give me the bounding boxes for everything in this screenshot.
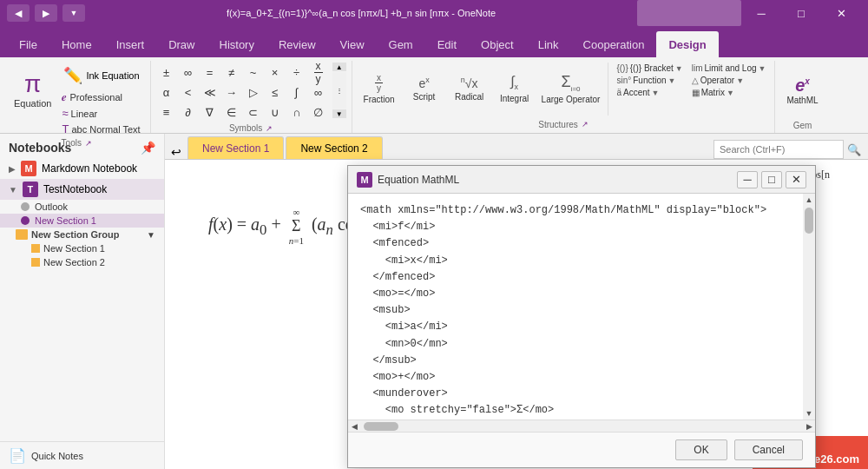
sym-times[interactable]: × [265,63,286,82]
page-tab-1[interactable]: New Section 1 [187,136,284,159]
sym-tilde[interactable]: ~ [243,63,264,82]
page-tab-2[interactable]: New Section 2 [286,136,382,159]
section-dot-ns1 [21,216,30,225]
scroll-up-btn[interactable]: ▲ [332,63,346,71]
dialog-code-content[interactable]: <math xmlns="http://www.w3.org/1998/Math… [348,194,815,419]
scroll-thumb[interactable] [805,208,813,234]
search-icon[interactable]: 🔍 [844,143,865,156]
dialog-app-icon: M [357,172,372,188]
section-outlook[interactable]: Outlook [0,200,164,214]
sym-in[interactable]: ∈ [221,102,242,122]
cancel-button[interactable]: Cancel [734,439,803,460]
scroll-down-btn[interactable]: ▼ [332,109,346,118]
bracket-button[interactable]: {()} {()} Bracket ▼ [613,63,686,74]
scroll-mid-btn[interactable]: ⋮ [332,72,346,109]
hscroll-right-arrow[interactable]: ▶ [803,420,815,433]
minimize-button[interactable]: ─ [741,0,781,26]
scroll-down-arrow[interactable]: ▼ [803,407,815,419]
tab-object[interactable]: Object [469,31,526,57]
linear-button[interactable]: ≈ Linear [58,106,144,121]
script-icon: ex [418,76,429,90]
radical-button[interactable]: n√x Radical [448,63,491,115]
dropdown-button[interactable]: ▼ [62,4,85,22]
tab-edit[interactable]: Edit [425,31,469,57]
ok-button[interactable]: OK [675,439,727,460]
notebook-test[interactable]: ▼ T TestNotebook [0,179,164,200]
matrix-button[interactable]: ▦ Matrix ▼ [688,87,770,98]
sym-dbless[interactable]: ≪ [200,83,220,102]
sym-rarrow[interactable]: ▷ [243,83,264,102]
mathml-button[interactable]: ex MathML [780,63,824,118]
sym-equiv[interactable]: ≡ [156,102,177,122]
tab-draw[interactable]: Draw [156,31,207,57]
equation-mathml-dialog[interactable]: M Equation MathML ─ □ ✕ <math xmlns="htt… [347,165,816,468]
function-button[interactable]: sin° Function ▼ [613,75,686,86]
sym-intersect[interactable]: ∩ [286,102,307,122]
notebook-markdown[interactable]: ▶ M Markdown Notebook [0,158,164,179]
dialog-minimize-button[interactable]: ─ [737,171,758,188]
sym-union[interactable]: ∪ [265,102,286,122]
tab-home[interactable]: Home [49,31,104,57]
section-newsection1[interactable]: New Section 1 [0,214,164,228]
hscroll-left-arrow[interactable]: ◀ [348,420,360,433]
search-input[interactable] [713,140,844,159]
tab-history[interactable]: History [207,31,266,57]
symbols-expand-icon[interactable]: ↗ [266,124,273,133]
sym-subset[interactable]: ⊂ [243,102,264,122]
tab-review[interactable]: Review [266,31,328,57]
structures-expand-icon[interactable]: ↗ [582,120,589,129]
tab-link[interactable]: Link [526,31,571,57]
sym-infinity[interactable]: ∞ [178,63,199,82]
tab-design[interactable]: Design [656,31,718,57]
operator-button[interactable]: △ Operator ▼ [688,75,770,86]
ink-equation-button[interactable]: ✏️ Ink Equation [58,63,144,89]
sym-infty2[interactable]: ∞ [308,83,329,102]
sym-less[interactable]: < [178,83,199,102]
hscroll-thumb[interactable] [364,422,398,431]
dialog-maximize-button[interactable]: □ [761,171,782,188]
dialog-close-button[interactable]: ✕ [786,171,806,188]
sym-leq[interactable]: ≤ [265,83,286,102]
sym-equal[interactable]: = [200,63,220,82]
equation-button[interactable]: π Equation [9,63,56,118]
script-button[interactable]: ex Script [403,63,446,115]
section-folder-icon [16,229,28,240]
tab-cooperation[interactable]: Cooperation [571,31,657,57]
fraction-button[interactable]: xy Fraction [358,63,401,115]
tab-back-button[interactable]: ↩ [165,145,187,159]
normal-text-button[interactable]: T abc Normal Text [58,122,144,136]
sym-frac[interactable]: xy [308,63,329,82]
accent-button[interactable]: ä Accent ▼ [613,87,686,98]
maximize-button[interactable]: □ [781,0,821,26]
limit-button[interactable]: lim Limit and Log ▼ [688,63,770,74]
sym-empty[interactable]: ∅ [308,102,329,122]
scroll-up-arrow[interactable]: ▲ [803,194,815,206]
sym-integral[interactable]: ∫ [286,83,307,102]
close-button[interactable]: ✕ [821,0,861,26]
symbols-scroll: ▲ ⋮ ▼ [332,63,346,118]
integral-button[interactable]: ∫x Integral [493,63,536,115]
professional-button[interactable]: 𝒆 Professional [58,89,144,105]
sym-plusminus[interactable]: ± [156,63,177,82]
dialog-scrollbar[interactable]: ▲ ▼ [803,194,815,419]
large-operator-button[interactable]: Σi=0 Large Operator [538,63,604,115]
tab-view[interactable]: View [328,31,377,57]
dialog-hscrollbar[interactable]: ◀ ▶ [348,419,815,432]
forward-button[interactable]: ▶ [35,4,57,22]
tab-file[interactable]: File [7,31,49,57]
subsection-ns2[interactable]: New Section 2 [0,255,164,269]
tab-gem[interactable]: Gem [377,31,425,57]
sym-alpha[interactable]: α [156,83,177,102]
subsection-ns1[interactable]: New Section 1 [0,241,164,255]
back-button[interactable]: ◀ [7,4,30,22]
tools-expand-icon[interactable]: ↗ [85,139,92,148]
section-group-new[interactable]: New Section Group ▼ [0,228,164,241]
quick-notes[interactable]: 📄 Quick Notes [0,441,164,469]
sym-partial[interactable]: ∂ [178,102,199,122]
sym-divide[interactable]: ÷ [286,63,307,82]
sym-arrow[interactable]: → [221,83,242,102]
sym-notequal[interactable]: ≠ [221,63,242,82]
tab-insert[interactable]: Insert [104,31,157,57]
sym-nabla[interactable]: ∇ [200,102,220,122]
title-search[interactable] [637,0,741,26]
